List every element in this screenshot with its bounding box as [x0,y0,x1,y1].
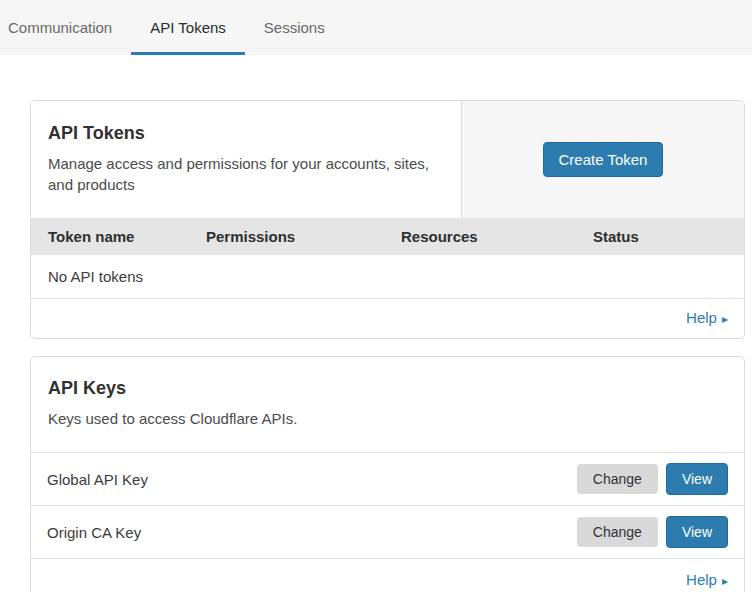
key-name-label: Global API Key [47,471,577,488]
help-link-label: Help [686,571,717,588]
api-keys-help-link[interactable]: Help▸ [686,571,728,588]
api-tokens-card: API Tokens Manage access and permissions… [30,100,745,339]
api-keys-description: Keys used to access Cloudflare APIs. [48,408,727,429]
change-origin-ca-key-button[interactable]: Change [577,517,658,547]
help-link-label: Help [686,309,717,326]
key-name-label: Origin CA Key [47,524,577,541]
api-tokens-card-footer: Help▸ [31,299,744,338]
api-tokens-card-actions: Create Token [461,101,744,218]
key-row-origin-ca-key: Origin CA Key Change View [31,505,744,558]
api-tokens-card-header-text: API Tokens Manage access and permissions… [31,101,461,218]
right-triangle-icon: ▸ [722,574,728,588]
column-header-resources: Resources [401,228,593,245]
create-token-button[interactable]: Create Token [543,142,664,177]
api-tokens-description: Manage access and permissions for your a… [48,153,433,195]
api-keys-card-header: API Keys Keys used to access Cloudflare … [31,357,744,452]
column-header-status: Status [593,228,744,245]
settings-tab-bar: Communication API Tokens Sessions [0,0,752,55]
column-header-permissions: Permissions [206,228,401,245]
tokens-empty-message: No API tokens [31,255,744,299]
api-keys-card-footer: Help▸ [31,558,744,592]
change-global-api-key-button[interactable]: Change [577,464,658,494]
api-keys-title: API Keys [48,378,727,399]
tab-communication[interactable]: Communication [8,0,131,55]
right-triangle-icon: ▸ [722,312,728,326]
view-origin-ca-key-button[interactable]: View [666,516,728,548]
settings-content: API Tokens Manage access and permissions… [0,55,752,592]
column-header-token-name: Token name [48,228,206,245]
tab-sessions[interactable]: Sessions [245,0,344,55]
api-keys-card: API Keys Keys used to access Cloudflare … [30,356,745,592]
tab-api-tokens[interactable]: API Tokens [131,0,245,55]
api-tokens-card-header: API Tokens Manage access and permissions… [31,101,744,218]
api-tokens-title: API Tokens [48,123,433,144]
view-global-api-key-button[interactable]: View [666,463,728,495]
key-row-global-api-key: Global API Key Change View [31,452,744,505]
tokens-table-header: Token name Permissions Resources Status [31,218,744,255]
api-tokens-help-link[interactable]: Help▸ [686,309,728,326]
